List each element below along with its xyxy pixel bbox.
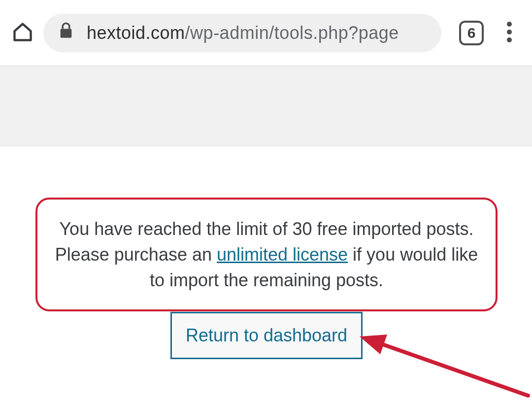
limit-notice: You have reached the limit of 30 free im… <box>35 198 498 311</box>
address-bar[interactable]: hextoid.com/wp-admin/tools.php?page <box>43 14 441 52</box>
lock-icon <box>59 22 73 43</box>
svg-point-1 <box>507 22 512 27</box>
tab-count-value: 6 <box>467 25 476 41</box>
url-domain: hextoid.com <box>87 23 185 43</box>
home-button[interactable] <box>11 21 34 45</box>
svg-point-2 <box>507 30 512 34</box>
svg-line-4 <box>374 341 528 396</box>
tab-switcher-button[interactable]: 6 <box>459 21 484 45</box>
annotation-arrow <box>345 318 532 402</box>
kebab-icon <box>506 21 512 45</box>
svg-marker-5 <box>360 335 387 354</box>
overflow-menu-button[interactable] <box>498 21 521 45</box>
svg-point-3 <box>507 37 512 42</box>
home-icon <box>12 21 33 45</box>
unlimited-license-link[interactable]: unlimited license <box>217 244 348 265</box>
page-header-band <box>0 66 532 146</box>
browser-toolbar: hextoid.com/wp-admin/tools.php?page 6 <box>0 0 532 66</box>
return-to-dashboard-button[interactable]: Return to dashboard <box>170 312 363 359</box>
address-text: hextoid.com/wp-admin/tools.php?page <box>87 23 399 43</box>
url-path: /wp-admin/tools.php?page <box>185 23 399 43</box>
return-button-label: Return to dashboard <box>186 325 347 346</box>
svg-rect-0 <box>61 29 72 38</box>
